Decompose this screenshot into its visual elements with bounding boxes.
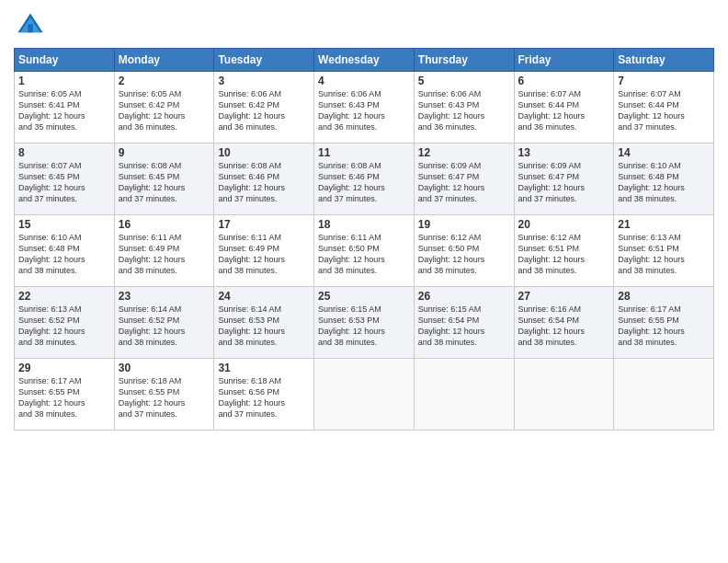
calendar-cell: 10Sunrise: 6:08 AM Sunset: 6:46 PM Dayli…: [214, 144, 314, 215]
calendar-cell: 16Sunrise: 6:11 AM Sunset: 6:49 PM Dayli…: [114, 215, 214, 287]
calendar-cell: 26Sunrise: 6:15 AM Sunset: 6:54 PM Dayli…: [414, 287, 514, 359]
day-info: Sunrise: 6:06 AM Sunset: 6:42 PM Dayligh…: [218, 88, 310, 133]
day-number: 21: [618, 218, 710, 231]
calendar-cell: 30Sunrise: 6:18 AM Sunset: 6:55 PM Dayli…: [114, 359, 214, 431]
day-info: Sunrise: 6:08 AM Sunset: 6:45 PM Dayligh…: [119, 160, 210, 205]
calendar-cell: 27Sunrise: 6:16 AM Sunset: 6:54 PM Dayli…: [514, 287, 614, 359]
day-info: Sunrise: 6:17 AM Sunset: 6:55 PM Dayligh…: [18, 375, 110, 420]
calendar-body: 1Sunrise: 6:05 AM Sunset: 6:41 PM Daylig…: [15, 72, 714, 431]
day-number: 16: [119, 218, 210, 231]
day-info: Sunrise: 6:07 AM Sunset: 6:44 PM Dayligh…: [618, 88, 710, 133]
calendar-cell: 14Sunrise: 6:10 AM Sunset: 6:48 PM Dayli…: [614, 144, 714, 215]
day-info: Sunrise: 6:17 AM Sunset: 6:55 PM Dayligh…: [618, 304, 710, 349]
weekday-header: Sunday: [15, 49, 115, 72]
day-number: 6: [518, 75, 610, 87]
day-info: Sunrise: 6:05 AM Sunset: 6:42 PM Dayligh…: [119, 88, 210, 133]
day-number: 8: [18, 146, 110, 159]
day-info: Sunrise: 6:18 AM Sunset: 6:56 PM Dayligh…: [218, 375, 310, 420]
day-number: 11: [318, 146, 410, 159]
day-number: 10: [218, 146, 310, 159]
day-number: 5: [418, 75, 510, 87]
day-info: Sunrise: 6:13 AM Sunset: 6:51 PM Dayligh…: [618, 232, 710, 277]
day-info: Sunrise: 6:16 AM Sunset: 6:54 PM Dayligh…: [518, 304, 610, 349]
calendar-cell: 18Sunrise: 6:11 AM Sunset: 6:50 PM Dayli…: [314, 215, 415, 287]
day-info: Sunrise: 6:11 AM Sunset: 6:49 PM Dayligh…: [119, 232, 210, 277]
calendar-cell: [514, 359, 614, 431]
day-info: Sunrise: 6:10 AM Sunset: 6:48 PM Dayligh…: [18, 232, 110, 277]
day-number: 2: [119, 75, 210, 87]
day-number: 17: [218, 218, 310, 231]
calendar-cell: 15Sunrise: 6:10 AM Sunset: 6:48 PM Dayli…: [15, 215, 115, 287]
weekday-header: Thursday: [414, 49, 514, 72]
logo-icon: [14, 9, 47, 42]
calendar-cell: 4Sunrise: 6:06 AM Sunset: 6:43 PM Daylig…: [314, 72, 415, 144]
day-number: 20: [518, 218, 610, 231]
day-number: 1: [18, 75, 110, 87]
day-number: 7: [618, 75, 710, 87]
calendar-week-row: 1Sunrise: 6:05 AM Sunset: 6:41 PM Daylig…: [15, 72, 714, 144]
calendar-week-row: 22Sunrise: 6:13 AM Sunset: 6:52 PM Dayli…: [15, 287, 714, 359]
calendar-cell: 3Sunrise: 6:06 AM Sunset: 6:42 PM Daylig…: [214, 72, 314, 144]
day-number: 15: [18, 218, 110, 231]
calendar-week-row: 29Sunrise: 6:17 AM Sunset: 6:55 PM Dayli…: [15, 359, 714, 431]
calendar-week-row: 8Sunrise: 6:07 AM Sunset: 6:45 PM Daylig…: [15, 144, 714, 215]
page: SundayMondayTuesdayWednesdayThursdayFrid…: [0, 0, 728, 563]
day-number: 22: [18, 290, 110, 303]
day-info: Sunrise: 6:11 AM Sunset: 6:49 PM Dayligh…: [218, 232, 310, 277]
calendar-cell: 8Sunrise: 6:07 AM Sunset: 6:45 PM Daylig…: [15, 144, 115, 215]
day-number: 19: [418, 218, 510, 231]
day-number: 26: [418, 290, 510, 303]
day-number: 4: [318, 75, 410, 87]
calendar-header-row: SundayMondayTuesdayWednesdayThursdayFrid…: [15, 49, 714, 72]
day-info: Sunrise: 6:13 AM Sunset: 6:52 PM Dayligh…: [18, 304, 110, 349]
day-info: Sunrise: 6:05 AM Sunset: 6:41 PM Dayligh…: [18, 88, 110, 133]
day-number: 9: [119, 146, 210, 159]
day-number: 28: [618, 290, 710, 303]
day-info: Sunrise: 6:06 AM Sunset: 6:43 PM Dayligh…: [418, 88, 510, 133]
day-number: 18: [318, 218, 410, 231]
calendar-cell: [614, 359, 714, 431]
day-info: Sunrise: 6:12 AM Sunset: 6:50 PM Dayligh…: [418, 232, 510, 277]
calendar-cell: 5Sunrise: 6:06 AM Sunset: 6:43 PM Daylig…: [414, 72, 514, 144]
calendar-cell: 12Sunrise: 6:09 AM Sunset: 6:47 PM Dayli…: [414, 144, 514, 215]
day-info: Sunrise: 6:11 AM Sunset: 6:50 PM Dayligh…: [318, 232, 410, 277]
day-info: Sunrise: 6:14 AM Sunset: 6:53 PM Dayligh…: [218, 304, 310, 349]
weekday-header: Wednesday: [314, 49, 415, 72]
calendar-cell: 6Sunrise: 6:07 AM Sunset: 6:44 PM Daylig…: [514, 72, 614, 144]
calendar-cell: 7Sunrise: 6:07 AM Sunset: 6:44 PM Daylig…: [614, 72, 714, 144]
calendar-cell: 25Sunrise: 6:15 AM Sunset: 6:53 PM Dayli…: [314, 287, 415, 359]
calendar-cell: 19Sunrise: 6:12 AM Sunset: 6:50 PM Dayli…: [414, 215, 514, 287]
day-number: 13: [518, 146, 610, 159]
calendar-cell: 17Sunrise: 6:11 AM Sunset: 6:49 PM Dayli…: [214, 215, 314, 287]
day-info: Sunrise: 6:15 AM Sunset: 6:53 PM Dayligh…: [318, 304, 410, 349]
day-number: 27: [518, 290, 610, 303]
day-number: 24: [218, 290, 310, 303]
day-number: 14: [618, 146, 710, 159]
day-info: Sunrise: 6:10 AM Sunset: 6:48 PM Dayligh…: [618, 160, 710, 205]
calendar-cell: 24Sunrise: 6:14 AM Sunset: 6:53 PM Dayli…: [214, 287, 314, 359]
day-info: Sunrise: 6:06 AM Sunset: 6:43 PM Dayligh…: [318, 88, 410, 133]
calendar-cell: 1Sunrise: 6:05 AM Sunset: 6:41 PM Daylig…: [15, 72, 115, 144]
weekday-header: Tuesday: [214, 49, 314, 72]
day-info: Sunrise: 6:14 AM Sunset: 6:52 PM Dayligh…: [119, 304, 210, 349]
day-info: Sunrise: 6:15 AM Sunset: 6:54 PM Dayligh…: [418, 304, 510, 349]
day-info: Sunrise: 6:07 AM Sunset: 6:44 PM Dayligh…: [518, 88, 610, 133]
calendar-cell: [314, 359, 415, 431]
day-number: 30: [119, 362, 210, 374]
day-number: 23: [119, 290, 210, 303]
header: [14, 9, 714, 42]
calendar-cell: 9Sunrise: 6:08 AM Sunset: 6:45 PM Daylig…: [114, 144, 214, 215]
calendar-cell: 2Sunrise: 6:05 AM Sunset: 6:42 PM Daylig…: [114, 72, 214, 144]
day-number: 3: [218, 75, 310, 87]
calendar-cell: 28Sunrise: 6:17 AM Sunset: 6:55 PM Dayli…: [614, 287, 714, 359]
calendar-cell: [414, 359, 514, 431]
calendar-cell: 23Sunrise: 6:14 AM Sunset: 6:52 PM Dayli…: [114, 287, 214, 359]
day-number: 29: [18, 362, 110, 374]
calendar-cell: 21Sunrise: 6:13 AM Sunset: 6:51 PM Dayli…: [614, 215, 714, 287]
calendar-cell: 20Sunrise: 6:12 AM Sunset: 6:51 PM Dayli…: [514, 215, 614, 287]
day-info: Sunrise: 6:12 AM Sunset: 6:51 PM Dayligh…: [518, 232, 610, 277]
day-info: Sunrise: 6:08 AM Sunset: 6:46 PM Dayligh…: [318, 160, 410, 205]
day-info: Sunrise: 6:07 AM Sunset: 6:45 PM Dayligh…: [18, 160, 110, 205]
day-info: Sunrise: 6:08 AM Sunset: 6:46 PM Dayligh…: [218, 160, 310, 205]
day-number: 12: [418, 146, 510, 159]
